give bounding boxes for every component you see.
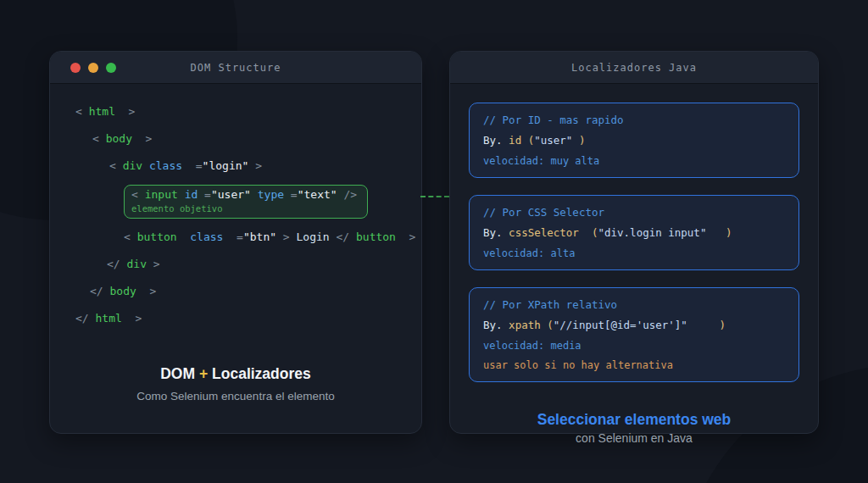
card-code: By. cssSelector ("div.login input" )	[483, 225, 785, 241]
code-line-body-close: </ body >	[75, 283, 408, 300]
locator-card-by-id: // Por ID - mas rapido By. id ("user" ) …	[469, 103, 799, 178]
left-panel-footer: DOM + Localizadores Como Selenium encuen…	[50, 364, 421, 405]
right-footer-subtitle: con Selenium en Java	[449, 431, 819, 445]
minimize-button[interactable]	[88, 63, 98, 73]
dom-structure-window: DOM Structure < html > < body > < div cl…	[49, 51, 422, 434]
dom-code-block: < html > < body > < div class ="login" >…	[50, 84, 421, 327]
dom-window-title: DOM Structure	[191, 62, 281, 74]
traffic-lights	[70, 63, 116, 73]
code-line-html-open: < html >	[75, 103, 408, 120]
card-comment: // Por ID - mas rapido	[483, 113, 785, 128]
maximize-button[interactable]	[106, 63, 116, 73]
dom-window-titlebar: DOM Structure	[50, 52, 421, 84]
card-code: By. id ("user" )	[483, 133, 785, 148]
locator-card-by-css: // Por CSS Selector By. cssSelector ("di…	[469, 195, 799, 270]
java-locators-window: Localizadores Java // Por ID - mas rapid…	[449, 51, 819, 434]
locator-card-by-xpath: // Por XPath relativo By. xpath ("//inpu…	[469, 287, 799, 382]
right-panel-footer: Seleccionar elementos web	[450, 409, 818, 430]
code-line-html-close: </ html >	[75, 310, 408, 327]
code-line-div-open: < div class ="login" >	[75, 158, 408, 175]
left-footer-subtitle: Como Selenium encuentra el elemento	[50, 388, 421, 405]
code-line-div-close: </ div >	[75, 256, 408, 273]
card-speed: velocidad: muy alta	[483, 154, 785, 169]
code-line-input: < input id ="user" type ="text" />	[131, 186, 357, 203]
locator-cards: // Por ID - mas rapido By. id ("user" ) …	[450, 84, 818, 382]
code-line-button: < button class ="btn" > Login </ button …	[75, 229, 408, 246]
java-window-titlebar: Localizadores Java	[450, 52, 818, 84]
target-element-label: elemento objetivo	[131, 203, 357, 214]
card-comment: // Por CSS Selector	[483, 205, 785, 220]
target-element-highlight: < input id ="user" type ="text" /> eleme…	[124, 185, 368, 219]
connector-dashed-line	[420, 196, 449, 197]
close-button[interactable]	[70, 63, 81, 73]
java-window-title: Localizadores Java	[571, 62, 697, 74]
right-footer-title: Seleccionar elementos web	[450, 409, 818, 430]
left-footer-title: DOM + Localizadores	[50, 364, 421, 384]
card-warning: usar solo si no hay alternativa	[483, 358, 785, 373]
card-speed: velocidad: media	[483, 339, 785, 353]
code-line-body-open: < body >	[75, 130, 408, 147]
card-speed: velocidad: alta	[483, 247, 785, 261]
card-comment: // Por XPath relativo	[483, 297, 785, 313]
card-code: By. xpath ("//input[@id='user']" )	[483, 318, 785, 333]
